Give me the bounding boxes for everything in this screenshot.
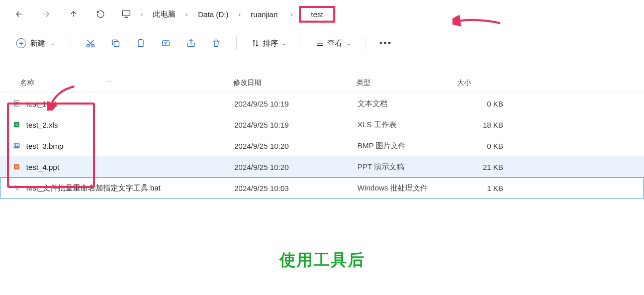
caption: 使用工具后	[0, 249, 644, 271]
plus-icon: +	[16, 38, 26, 48]
new-label: 新建	[30, 39, 45, 48]
file-row[interactable]: Ptest_4.ppt2024/9/25 10:20PPT 演示文稿21 KB	[0, 156, 644, 177]
chevron-right-icon: ›	[286, 11, 298, 18]
file-type: BMP 图片文件	[357, 141, 458, 151]
file-row[interactable]: test_3.bmp2024/9/25 10:20BMP 图片文件0 KB	[0, 135, 644, 156]
file-type: PPT 演示文稿	[357, 162, 458, 172]
file-type-icon: S	[12, 120, 21, 129]
svg-point-10	[15, 145, 16, 146]
svg-rect-0	[123, 11, 130, 16]
breadcrumb-item[interactable]: Data (D:)	[194, 7, 233, 22]
breadcrumb-item[interactable]: 此电脑	[149, 7, 179, 22]
svg-point-2	[92, 45, 95, 47]
column-header-row: 名称 修改日期 类型 大小	[0, 78, 644, 93]
copy-button[interactable]	[105, 33, 127, 53]
file-type: Windows 批处理文件	[357, 183, 458, 193]
file-row[interactable]: Stest_2.xls2024/9/25 10:19XLS 工作表18 KB	[0, 114, 644, 135]
column-header-name[interactable]: 名称	[12, 78, 233, 87]
file-date: 2024/9/25 10:19	[234, 100, 357, 108]
column-header-date[interactable]: 修改日期	[233, 78, 356, 87]
cut-button[interactable]	[79, 33, 102, 53]
file-size: 0 KB	[458, 100, 503, 108]
svg-rect-3	[114, 42, 119, 47]
monitor-icon	[121, 9, 132, 20]
file-type-icon	[12, 141, 21, 150]
file-name: test_1.txt	[26, 100, 234, 108]
file-type-icon	[12, 183, 21, 192]
file-date: 2024/9/25 10:03	[234, 184, 357, 192]
file-name: test_4.ppt	[26, 163, 234, 171]
column-header-type[interactable]: 类型	[356, 78, 457, 87]
rename-button[interactable]	[155, 33, 177, 53]
sort-indicator-icon: ︿	[107, 76, 113, 85]
file-type: 文本文档	[357, 99, 458, 109]
file-type-icon	[12, 99, 21, 108]
file-size: 21 KB	[458, 163, 503, 171]
up-button[interactable]	[61, 4, 85, 24]
column-header-size[interactable]: 大小	[457, 78, 510, 87]
svg-rect-4	[138, 40, 143, 46]
nav-bar: › 此电脑 › Data (D:) › ruanjian › test	[0, 0, 644, 28]
file-type-icon: P	[12, 162, 21, 171]
chevron-down-icon: ⌄	[50, 40, 55, 47]
file-row[interactable]: test_文件批量重命名加指定文字工具.bat2024/9/25 10:03Wi…	[0, 177, 644, 199]
svg-point-14	[16, 187, 19, 190]
file-date: 2024/9/25 10:19	[234, 121, 357, 129]
chevron-down-icon: ⌄	[346, 40, 351, 47]
file-row[interactable]: test_1.txt2024/9/25 10:19文本文档0 KB	[0, 93, 644, 114]
svg-point-1	[87, 45, 89, 47]
separator	[365, 36, 365, 50]
svg-text:S: S	[16, 123, 18, 127]
file-size: 18 KB	[458, 121, 503, 129]
delete-button[interactable]	[205, 33, 227, 53]
file-name: test_3.bmp	[26, 142, 234, 150]
breadcrumb-item-current[interactable]: test	[299, 6, 335, 23]
file-name: test_文件批量重命名加指定文字工具.bat	[26, 183, 234, 193]
file-name: test_2.xls	[26, 121, 234, 129]
separator	[301, 36, 301, 50]
svg-text:P: P	[16, 165, 18, 169]
file-size: 1 KB	[458, 184, 503, 192]
sort-button[interactable]: 排序 ⌄	[246, 36, 292, 51]
file-date: 2024/9/25 10:20	[234, 142, 357, 150]
chevron-right-icon: ›	[234, 11, 246, 18]
new-button[interactable]: + 新建 ⌄	[10, 35, 61, 51]
forward-button[interactable]	[34, 4, 58, 24]
sort-label: 排序	[263, 39, 278, 48]
file-size: 0 KB	[458, 142, 503, 150]
view-button[interactable]: 查看 ⌄	[310, 36, 356, 51]
breadcrumb[interactable]: › 此电脑 › Data (D:) › ruanjian › test	[121, 5, 335, 23]
separator	[70, 36, 70, 50]
view-label: 查看	[327, 39, 342, 48]
share-button[interactable]	[180, 33, 202, 53]
file-date: 2024/9/25 10:20	[234, 163, 357, 171]
more-button[interactable]: •••	[375, 33, 397, 53]
toolbar: + 新建 ⌄ 排序 ⌄ 查看 ⌄ •••	[0, 28, 644, 58]
refresh-button[interactable]	[88, 4, 113, 24]
paste-button[interactable]	[130, 33, 152, 53]
separator	[236, 36, 237, 50]
file-type: XLS 工作表	[357, 120, 458, 130]
back-button[interactable]	[7, 4, 31, 24]
file-list: test_1.txt2024/9/25 10:19文本文档0 KBStest_2…	[0, 93, 644, 199]
chevron-right-icon: ›	[136, 11, 148, 18]
chevron-down-icon: ⌄	[282, 40, 287, 47]
chevron-right-icon: ›	[180, 11, 193, 18]
breadcrumb-item[interactable]: ruanjian	[247, 7, 282, 22]
